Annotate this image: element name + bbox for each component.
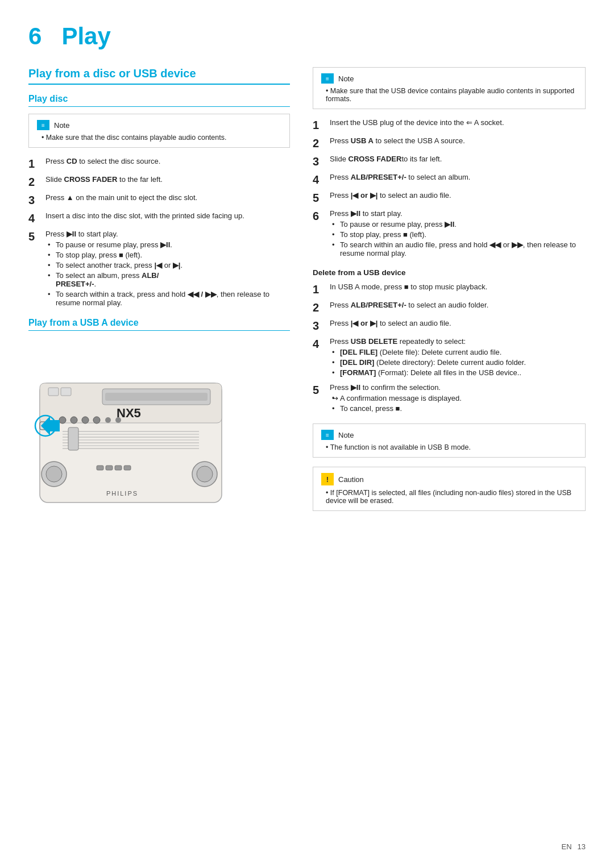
- del-step-4: 4 Press USB DELETE repeatedly to select:…: [313, 337, 586, 379]
- play-disc-subtitle: Play disc: [28, 94, 290, 107]
- usb-bullet-1: To pause or resume play, press ▶II.: [332, 220, 586, 229]
- disc-bullet-1: To pause or resume play, press ▶II.: [48, 240, 290, 249]
- disc-step-4: 4 Insert a disc into the disc slot, with…: [28, 211, 290, 225]
- svg-rect-3: [105, 393, 208, 401]
- del-step-1: 1 In USB A mode, press ■ to stop music p…: [313, 283, 586, 296]
- caution-icon: !: [321, 473, 334, 485]
- svg-point-24: [197, 466, 213, 482]
- play-disc-steps: 1 Press CD to select the disc source. 2 …: [28, 157, 290, 309]
- device-image: NX5: [28, 338, 233, 531]
- svg-text:NX5: NX5: [117, 406, 141, 420]
- svg-point-9: [82, 417, 89, 423]
- svg-point-12: [115, 417, 121, 423]
- svg-point-8: [70, 417, 77, 423]
- del-step-2: 2 Press ALB/PRESET+/- to select an audio…: [313, 301, 586, 314]
- svg-point-7: [59, 417, 66, 423]
- disc-bullet-5: To search within a track, press and hold…: [48, 290, 290, 307]
- caution-box: ! Caution If [FORMAT] is selected, all f…: [313, 467, 586, 511]
- svg-rect-27: [115, 466, 122, 470]
- del-arrow-1: ↪ A confirmation message is displayed.: [332, 394, 586, 402]
- usb-step-4: 4 Press ALB/PRESET+/- to select an album…: [313, 173, 586, 186]
- delete-steps: 1 In USB A mode, press ■ to stop music p…: [313, 283, 586, 414]
- note-item-usb: Make sure that the USB device contains p…: [326, 87, 577, 103]
- footer-page: 13: [578, 842, 586, 851]
- del-bullet-1: [DEL FILE] (Delete file): Delete current…: [332, 348, 586, 356]
- play-disc-note: ≡ Note Make sure that the disc contains …: [28, 114, 290, 148]
- disc-step-1: 1 Press CD to select the disc source.: [28, 157, 290, 171]
- disc-step-3: 3 Press ▲ on the main unit to eject the …: [28, 193, 290, 207]
- page-title: Play: [61, 23, 110, 49]
- note-item-disc: Make sure that the disc contains playabl…: [42, 134, 281, 142]
- note-label-disc: Note: [54, 121, 69, 130]
- del-bullet-2: [DEL DIR] (Delete directory): Delete cur…: [332, 358, 586, 367]
- note-icon-usb-b: ≡: [321, 430, 334, 440]
- caution-label: Caution: [338, 475, 364, 484]
- usb-step-5: 5 Press |◀ or ▶| to select an audio file…: [313, 191, 586, 205]
- note-label-usb-b: Note: [338, 431, 354, 439]
- usb-steps: 1 Insert the USB plug of the device into…: [313, 118, 586, 259]
- usb-step-2: 2 Press USB A to select the USB A source…: [313, 136, 586, 150]
- disc-step-2: 2 Slide CROSS FADER to the far left.: [28, 175, 290, 189]
- note-label-usb: Note: [338, 74, 354, 83]
- play-usb-subtitle: Play from a USB A device: [28, 318, 290, 331]
- del-step-5: 5 Press ▶II to confirm the selection. ↪ …: [313, 383, 586, 414]
- svg-rect-4: [48, 388, 59, 396]
- chapter-number: 6: [28, 23, 61, 49]
- disc-bullet-4: To select an album, press ALB/PRESET+/-.: [48, 271, 290, 288]
- note-item-usb-b: The function is not available in USB B m…: [326, 443, 577, 451]
- usb-bullet-3: To search within an audio file, press an…: [332, 240, 586, 258]
- svg-rect-28: [124, 466, 131, 470]
- caution-item: If [FORMAT] is selected, all files (incl…: [326, 489, 577, 505]
- svg-rect-26: [106, 466, 113, 470]
- disc-bullet-2: To stop play, press ■ (left).: [48, 251, 290, 259]
- svg-text:PHILIPS: PHILIPS: [106, 490, 138, 497]
- note-usb-b-box: ≡ Note The function is not available in …: [313, 423, 586, 458]
- svg-point-11: [105, 417, 111, 423]
- svg-rect-20: [68, 427, 78, 450]
- disc-bullet-3: To select another track, press |◀ or ▶|.: [48, 261, 290, 269]
- del-step-3: 3 Press |◀ or ▶| to select an audio file…: [313, 319, 586, 333]
- svg-rect-25: [97, 466, 103, 470]
- footer-lang: EN: [561, 842, 571, 851]
- del-bullet-cancel: To cancel, press ■.: [332, 404, 586, 413]
- usb-step-3: 3 Slide CROSS FADERto its far left.: [313, 155, 586, 168]
- main-section-title: Play from a disc or USB device: [28, 67, 290, 85]
- usb-step-1: 1 Insert the USB plug of the device into…: [313, 118, 586, 132]
- note-icon-usb: ≡: [321, 73, 334, 84]
- note-icon-disc: ≡: [37, 120, 49, 130]
- disc-step-5: 5 Press ▶II to start play. To pause or r…: [28, 230, 290, 309]
- usb-step-6: 6 Press ▶II to start play. To pause or r…: [313, 209, 586, 259]
- svg-point-22: [46, 466, 62, 482]
- svg-point-10: [93, 417, 100, 423]
- delete-section-title: Delete from a USB device: [313, 268, 586, 277]
- note-usb-box: ≡ Note Make sure that the USB device con…: [313, 67, 586, 109]
- svg-rect-5: [61, 388, 71, 396]
- del-bullet-3: [FORMAT] (Format): Delete all files in t…: [332, 368, 586, 377]
- usb-bullet-2: To stop play, press ■ (left).: [332, 230, 586, 239]
